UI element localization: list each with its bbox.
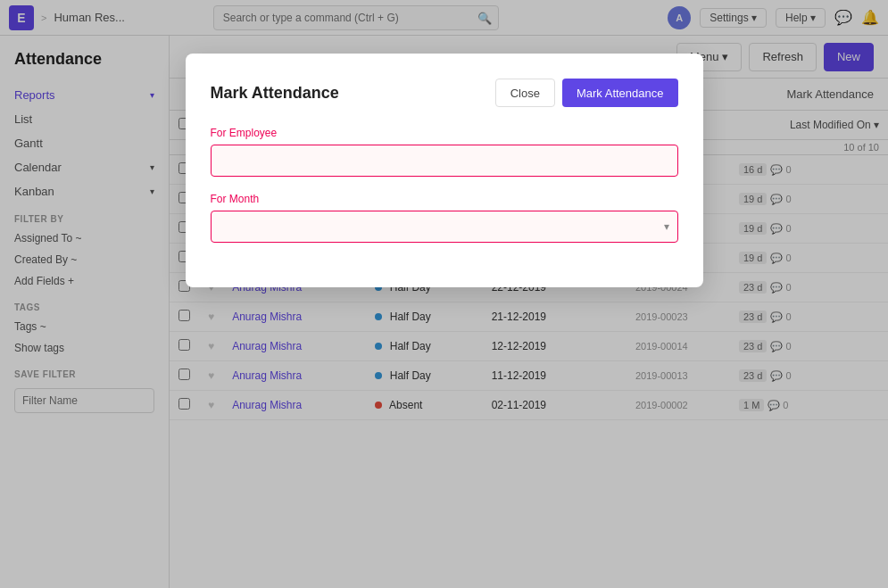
- month-select-wrapper: ▾: [211, 211, 678, 243]
- modal-header: Mark Attendance Close Mark Attendance: [211, 79, 678, 107]
- modal-title: Mark Attendance: [211, 84, 339, 103]
- modal: Mark Attendance Close Mark Attendance Fo…: [186, 54, 703, 287]
- month-select[interactable]: [211, 211, 678, 243]
- month-label: For Month: [211, 193, 678, 205]
- modal-overlay[interactable]: Mark Attendance Close Mark Attendance Fo…: [0, 0, 888, 588]
- modal-mark-attendance-button[interactable]: Mark Attendance: [562, 79, 678, 107]
- employee-label: For Employee: [211, 127, 678, 139]
- modal-actions: Close Mark Attendance: [495, 79, 678, 107]
- employee-input[interactable]: [211, 145, 678, 177]
- modal-close-button[interactable]: Close: [495, 79, 555, 107]
- month-form-group: For Month ▾: [211, 193, 678, 243]
- employee-form-group: For Employee: [211, 127, 678, 177]
